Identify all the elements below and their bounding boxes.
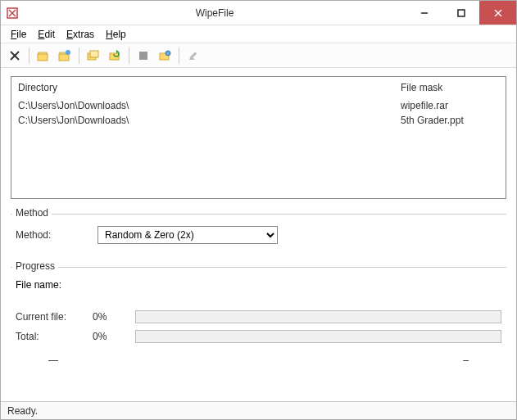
total-progressbar [135, 330, 501, 343]
progress-group: Progress File name: Current file: 0% Tot… [11, 267, 506, 374]
content-area: Directory File mask C:\Users\Jon\Downloa… [1, 68, 516, 401]
titlebar: WipeFile [1, 1, 516, 25]
toolbar-separator [179, 47, 179, 64]
menu-edit[interactable]: Edit [33, 27, 60, 42]
svg-rect-12 [59, 54, 69, 61]
window-controls [406, 1, 516, 25]
delete-button[interactable] [6, 47, 24, 65]
menubar: File Edit Extras Help [1, 25, 516, 43]
minimize-button[interactable] [406, 1, 442, 25]
column-header-filemask[interactable]: File mask [401, 82, 499, 93]
table-row[interactable]: C:\Users\Jon\Downloads\ wipefile.rar [18, 98, 499, 113]
current-file-label: Current file: [16, 311, 81, 323]
svg-point-13 [66, 50, 70, 55]
toolbar [1, 43, 516, 68]
toolbar-separator [79, 47, 79, 64]
current-file-progressbar [135, 310, 501, 323]
method-label: Method: [16, 229, 81, 241]
file-list-rows: C:\Users\Jon\Downloads\ wipefile.rar C:\… [11, 97, 506, 198]
refresh-button[interactable] [106, 47, 124, 65]
cell-directory: C:\Users\Jon\Downloads\ [18, 115, 401, 126]
copy-button[interactable] [84, 47, 102, 65]
edit-button[interactable] [184, 47, 202, 65]
menu-file[interactable]: File [6, 27, 31, 42]
menu-extras[interactable]: Extras [61, 27, 99, 42]
table-row[interactable]: C:\Users\Jon\Downloads\ 5th Grader.ppt [18, 113, 499, 128]
total-label: Total: [16, 331, 81, 342]
maximize-button[interactable] [442, 1, 479, 25]
cell-filemask: 5th Grader.ppt [401, 115, 499, 126]
cell-filemask: wipefile.rar [401, 100, 499, 111]
add-file-button[interactable] [34, 47, 52, 65]
app-window: WipeFile File Edit Extras Help Directory… [0, 0, 517, 420]
window-title: WipeFile [24, 7, 406, 19]
toolbar-separator [129, 47, 129, 64]
svg-rect-4 [458, 10, 465, 16]
progress-group-title: Progress [12, 260, 58, 272]
progress-dash-right: – [463, 355, 469, 366]
app-icon [6, 7, 19, 20]
stop-button[interactable] [134, 47, 152, 65]
progress-dash-left: — [48, 355, 58, 366]
filename-label: File name: [16, 279, 81, 291]
svg-rect-15 [90, 51, 98, 57]
file-list-header: Directory File mask [11, 77, 506, 97]
options-button[interactable] [156, 47, 174, 65]
svg-rect-18 [139, 52, 147, 60]
current-file-percent: 0% [93, 311, 124, 323]
method-select[interactable]: Random & Zero (2x) [98, 226, 278, 244]
svg-point-20 [166, 51, 170, 56]
add-folder-button[interactable] [56, 47, 74, 65]
cell-directory: C:\Users\Jon\Downloads\ [18, 100, 401, 111]
svg-rect-22 [191, 52, 197, 57]
menu-help[interactable]: Help [101, 27, 131, 42]
status-text: Ready. [7, 405, 38, 417]
column-header-directory[interactable]: Directory [18, 82, 401, 93]
total-percent: 0% [93, 331, 124, 342]
toolbar-separator [29, 47, 29, 64]
method-group: Method Method: Random & Zero (2x) [11, 214, 506, 252]
svg-rect-10 [38, 54, 48, 61]
method-group-title: Method [12, 207, 52, 219]
statusbar: Ready. [1, 401, 516, 419]
file-list[interactable]: Directory File mask C:\Users\Jon\Downloa… [11, 76, 506, 199]
close-button[interactable] [479, 1, 516, 25]
